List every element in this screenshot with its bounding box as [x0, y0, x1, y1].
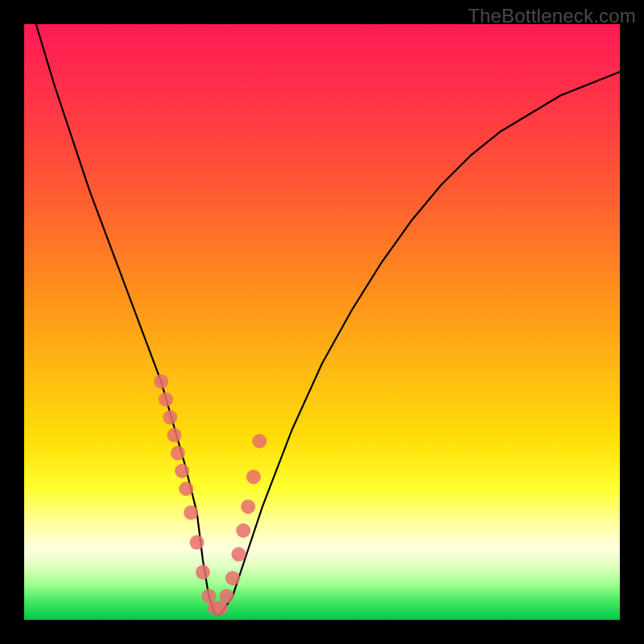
sample-point: [163, 410, 177, 424]
sample-point: [184, 506, 198, 520]
sample-point: [220, 588, 234, 603]
bottleneck-curve-svg: [24, 24, 620, 620]
sample-point: [236, 523, 250, 538]
sample-point: [190, 535, 204, 550]
plot-area: [24, 24, 620, 620]
sample-point: [167, 428, 182, 443]
sample-point: [231, 547, 246, 562]
watermark-text: TheBottleneck.com: [468, 5, 636, 27]
sample-point: [179, 481, 193, 496]
sample-point: [246, 469, 261, 484]
sample-point: [225, 571, 240, 585]
sample-point: [252, 434, 266, 448]
chart-frame: TheBottleneck.com: [0, 0, 644, 644]
sample-point: [175, 464, 189, 478]
sample-point: [154, 374, 168, 389]
sample-point: [171, 446, 185, 460]
sample-point: [159, 392, 173, 407]
sample-point: [196, 565, 210, 580]
sample-points: [154, 374, 266, 615]
sample-point: [241, 499, 255, 514]
bottleneck-curve: [36, 24, 620, 614]
